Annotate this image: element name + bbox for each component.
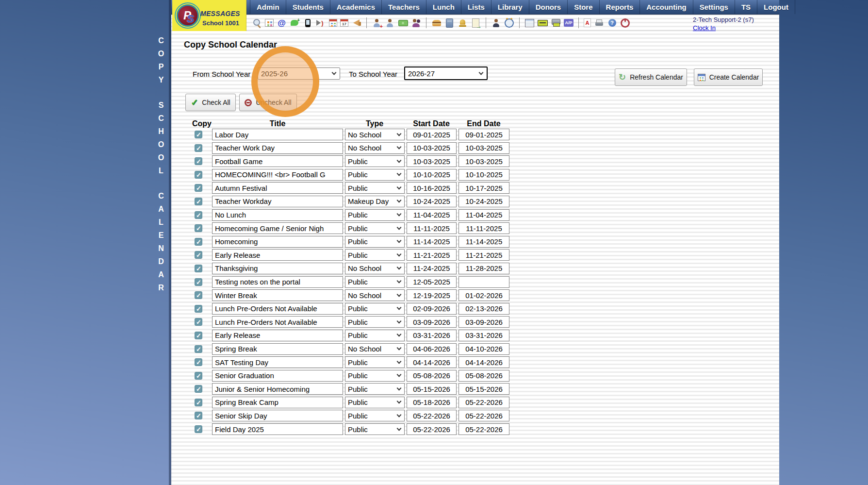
nav-item-logout[interactable]: Logout: [757, 0, 795, 14]
start-date-cell[interactable]: 12-05-2025: [407, 276, 457, 288]
event-type-select[interactable]: No School: [345, 142, 405, 154]
event-type-select[interactable]: No School: [345, 343, 405, 355]
start-date-cell[interactable]: 11-24-2025: [407, 263, 457, 274]
calendar-grid-icon[interactable]: [265, 19, 274, 27]
event-title-input[interactable]: HOMECOMING!!! <br> Football G: [212, 169, 343, 181]
start-date-cell[interactable]: 10-03-2025: [407, 155, 457, 167]
copy-checkbox[interactable]: [195, 265, 202, 272]
end-date-cell[interactable]: 10-03-2025: [459, 155, 509, 167]
copy-checkbox[interactable]: [195, 291, 202, 299]
start-date-cell[interactable]: 03-09-2026: [407, 316, 457, 328]
calendar-colored-icon[interactable]: [329, 19, 337, 27]
uncheck-all-button[interactable]: Uncheck All: [239, 94, 297, 111]
copy-checkbox[interactable]: [195, 131, 202, 138]
event-type-select[interactable]: Makeup Day: [345, 196, 405, 207]
copy-checkbox[interactable]: [195, 345, 202, 353]
fridge-icon[interactable]: [444, 18, 455, 28]
end-date-cell[interactable]: 11-14-2025: [459, 236, 509, 248]
copy-checkbox[interactable]: [195, 372, 202, 380]
copy-checkbox[interactable]: [195, 305, 202, 313]
end-date-cell[interactable]: [459, 276, 509, 288]
start-date-cell[interactable]: 04-14-2026: [407, 356, 457, 368]
copy-checkbox[interactable]: [195, 332, 202, 339]
copy-checkbox[interactable]: [195, 211, 202, 219]
copy-checkbox[interactable]: [195, 399, 202, 406]
event-type-select[interactable]: No School: [345, 289, 405, 301]
hamburger-icon[interactable]: [431, 18, 442, 28]
event-type-select[interactable]: Public: [345, 236, 405, 248]
nav-item-accounting[interactable]: Accounting: [640, 0, 693, 14]
fax-printer-icon[interactable]: [594, 18, 604, 28]
event-title-input[interactable]: Lunch Pre-Orders Not Available: [212, 303, 343, 315]
event-type-select[interactable]: Public: [345, 410, 405, 421]
event-type-select[interactable]: Public: [345, 370, 405, 382]
end-date-cell[interactable]: 02-13-2026: [459, 303, 509, 315]
event-title-input[interactable]: SAT Testing Day: [212, 356, 343, 368]
end-date-cell[interactable]: 11-28-2025: [459, 263, 509, 274]
person-suit-icon[interactable]: [491, 18, 501, 28]
event-type-select[interactable]: Public: [345, 423, 405, 435]
email-at-icon[interactable]: @: [277, 18, 287, 28]
copy-checkbox[interactable]: [195, 144, 202, 152]
end-date-cell[interactable]: 11-21-2025: [459, 249, 509, 261]
end-date-cell[interactable]: 04-14-2026: [459, 356, 509, 368]
nav-item-library[interactable]: Library: [491, 0, 529, 14]
start-date-cell[interactable]: 11-21-2025: [407, 249, 457, 261]
calendar-date-icon[interactable]: 17: [340, 19, 348, 27]
start-date-cell[interactable]: 10-10-2025: [407, 169, 457, 181]
speaker-icon[interactable]: [316, 18, 326, 28]
start-date-cell[interactable]: 02-09-2026: [407, 303, 457, 315]
copy-checkbox[interactable]: [195, 425, 202, 433]
end-date-cell[interactable]: 03-31-2026: [459, 330, 509, 341]
search-icon[interactable]: [252, 18, 262, 28]
start-date-cell[interactable]: 10-16-2025: [407, 182, 457, 194]
refresh-calendar-button[interactable]: ↻ Refresh Calendar: [615, 68, 687, 86]
event-title-input[interactable]: Spring Break Camp: [212, 397, 343, 408]
nav-item-store[interactable]: Store: [568, 0, 599, 14]
event-type-select[interactable]: Public: [345, 169, 405, 181]
event-title-input[interactable]: Labor Day: [212, 129, 343, 140]
copy-checkbox[interactable]: [195, 251, 202, 259]
event-type-select[interactable]: Public: [345, 276, 405, 288]
person-icon[interactable]: [385, 18, 395, 28]
event-title-input[interactable]: Early Release: [212, 330, 343, 341]
accounts-payable-icon[interactable]: A/P: [564, 19, 573, 27]
end-date-cell[interactable]: 11-11-2025: [459, 222, 509, 234]
event-title-input[interactable]: Spring Break: [212, 343, 343, 355]
event-title-input[interactable]: Field Day 2025: [212, 423, 343, 435]
event-title-input[interactable]: Senior Graduation: [212, 370, 343, 382]
end-date-cell[interactable]: 09-01-2025: [459, 129, 509, 140]
nav-item-admin[interactable]: Admin: [250, 0, 286, 14]
event-type-select[interactable]: Public: [345, 330, 405, 341]
start-date-cell[interactable]: 09-01-2025: [407, 129, 457, 140]
nav-item-ts[interactable]: TS: [735, 0, 757, 14]
event-title-input[interactable]: Winter Break: [212, 289, 343, 301]
end-date-cell[interactable]: 10-03-2025: [459, 142, 509, 154]
create-calendar-button[interactable]: Create Calendar: [694, 68, 763, 86]
bell-icon[interactable]: [458, 18, 468, 28]
event-title-input[interactable]: Lunch Pre-Orders Not Available: [212, 316, 343, 328]
event-title-input[interactable]: Senior Skip Day: [212, 410, 343, 421]
megaphone-icon[interactable]: [351, 18, 361, 28]
event-type-select[interactable]: Public: [345, 303, 405, 315]
copy-checkbox[interactable]: [195, 385, 202, 393]
start-date-cell[interactable]: 05-22-2026: [407, 423, 457, 435]
event-type-select[interactable]: Public: [345, 397, 405, 408]
check-all-button[interactable]: ✓ Check All: [185, 94, 236, 111]
event-type-select[interactable]: No School: [345, 263, 405, 274]
nav-item-students[interactable]: Students: [286, 0, 330, 14]
start-date-cell[interactable]: 05-18-2026: [407, 397, 457, 408]
end-date-cell[interactable]: 01-02-2026: [459, 289, 509, 301]
start-date-cell[interactable]: 03-31-2026: [407, 330, 457, 341]
page-export-icon[interactable]: →: [471, 18, 481, 28]
start-date-cell[interactable]: 10-24-2025: [407, 196, 457, 207]
copy-checkbox[interactable]: [195, 318, 202, 326]
copy-checkbox[interactable]: [195, 184, 202, 192]
event-type-select[interactable]: Public: [345, 383, 405, 395]
event-title-input[interactable]: Teacher Workday: [212, 196, 343, 207]
alarm-clock-icon[interactable]: [504, 18, 514, 28]
event-type-select[interactable]: Public: [345, 356, 405, 368]
start-date-cell[interactable]: 05-15-2026: [407, 383, 457, 395]
event-title-input[interactable]: Thanksgiving: [212, 263, 343, 274]
nav-item-donors[interactable]: Donors: [529, 0, 568, 14]
